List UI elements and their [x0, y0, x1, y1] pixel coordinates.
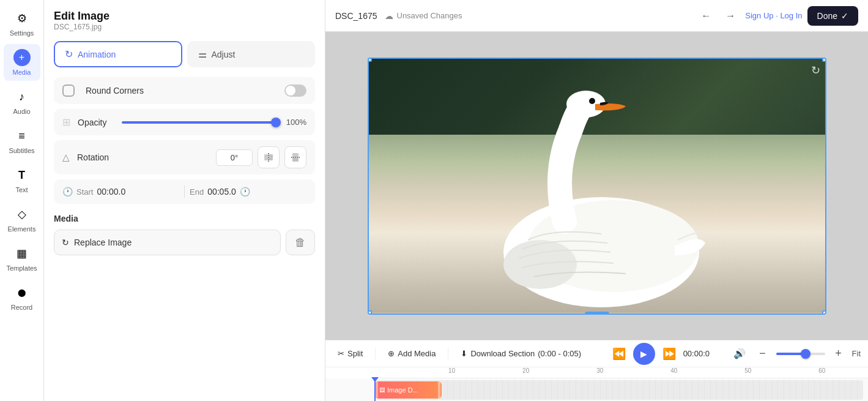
resize-handle-bottom[interactable]	[585, 312, 609, 315]
end-label: End	[190, 187, 204, 197]
round-corners-toggle[interactable]	[284, 84, 306, 97]
svg-point-10	[589, 98, 595, 104]
panel-title: Edit Image	[54, 10, 315, 23]
add-media-button[interactable]: ⊕ Add Media	[383, 346, 440, 361]
tab-bar: ↻ Animation ⚌ Adjust	[54, 41, 315, 67]
toolbar-separator-2	[448, 348, 448, 360]
signup-link[interactable]: Sign Up	[745, 11, 773, 20]
canvas-area: ↻	[325, 32, 868, 340]
svg-rect-0	[264, 154, 268, 160]
rotation-label: Rotation	[77, 152, 211, 162]
add-media-icon: ⊕	[388, 349, 395, 358]
end-clock-icon: 🕐	[240, 187, 250, 197]
sidebar-item-media[interactable]: + Media	[4, 44, 40, 81]
play-button[interactable]: ▶	[633, 343, 655, 365]
ruler-mark-10: 10	[448, 367, 455, 374]
end-time-cell: End 00:05.0 🕐	[190, 187, 306, 197]
canvas-refresh-icon[interactable]: ↻	[811, 64, 820, 77]
track-background: 🖼 Image D...	[374, 380, 863, 400]
clip-image-icon: 🖼	[379, 387, 385, 393]
undo-button[interactable]: ←	[696, 6, 716, 26]
adjust-tab-icon: ⚌	[198, 48, 207, 60]
tab-adjust[interactable]: ⚌ Adjust	[187, 41, 316, 67]
ruler-mark-40: 40	[670, 367, 677, 374]
done-check-icon: ✓	[841, 11, 848, 21]
login-link[interactable]: Log In	[780, 11, 802, 20]
sidebar-item-label-audio: Audio	[13, 108, 30, 115]
split-label: Split	[347, 349, 363, 358]
replace-image-button[interactable]: ↻ Replace Image	[54, 230, 281, 255]
redo-button[interactable]: →	[721, 6, 740, 26]
sidebar-item-templates[interactable]: ▦ Templates	[4, 240, 40, 277]
track-area: 10 20 30 40 50 60	[325, 367, 868, 401]
sidebar-item-label-record: Record	[11, 304, 32, 311]
corner-handle-tl[interactable]	[368, 58, 372, 62]
sidebar-item-text[interactable]: T Text	[4, 162, 40, 198]
add-media-label: Add Media	[398, 349, 436, 358]
canvas-frame[interactable]: ↻	[368, 58, 826, 315]
zoom-controls: − + Fit	[753, 344, 861, 364]
animation-tab-icon: ↻	[65, 48, 73, 60]
text-icon: T	[13, 167, 31, 184]
rotation-icon: △	[62, 152, 70, 163]
download-label: Download Section	[470, 349, 535, 358]
flip-vertical-button[interactable]	[284, 146, 306, 168]
settings-icon: ⚙	[13, 10, 31, 27]
done-label: Done	[817, 11, 837, 21]
corner-handle-tr[interactable]	[822, 58, 826, 62]
sidebar-item-subtitles[interactable]: ≡ Subtitles	[4, 122, 40, 159]
zoom-out-button[interactable]: −	[753, 344, 773, 364]
file-title: DSC_1675	[335, 11, 377, 21]
replace-icon: ↻	[62, 238, 69, 247]
corner-handle-bl[interactable]	[368, 310, 372, 315]
timeline-ruler: 10 20 30 40 50 60	[325, 367, 868, 378]
download-button[interactable]: ⬇ Download Section (0:00 - 0:05)	[456, 346, 586, 361]
opacity-slider[interactable]	[122, 121, 276, 124]
tab-animation[interactable]: ↻ Animation	[54, 41, 182, 67]
tab-animation-label: Animation	[78, 50, 116, 59]
ruler-mark-30: 30	[596, 367, 603, 374]
zoom-slider[interactable]	[776, 353, 825, 355]
cloud-icon: ☁	[385, 11, 393, 21]
ruler-mark-20: 20	[522, 367, 529, 374]
sidebar-item-audio[interactable]: ♪ Audio	[4, 83, 40, 120]
sidebar-item-label-text: Text	[15, 186, 28, 193]
done-button[interactable]: Done ✓	[807, 6, 858, 26]
sidebar: ⚙ Settings + Media ♪ Audio ≡ Subtitles T…	[0, 0, 44, 401]
sidebar-item-elements[interactable]: ◇ Elements	[4, 201, 40, 238]
download-icon: ⬇	[461, 349, 467, 358]
record-icon: ⬤	[13, 284, 31, 301]
flip-horizontal-button[interactable]	[258, 146, 280, 168]
timeline-clip[interactable]: 🖼 Image D...	[374, 381, 442, 399]
corner-handle-br[interactable]	[822, 310, 826, 315]
topbar: DSC_1675 ☁ Unsaved Changes ← → Sign Up ·…	[325, 0, 868, 32]
sidebar-item-label-templates: Templates	[6, 264, 37, 272]
sidebar-item-record[interactable]: ⬤ Record	[4, 279, 40, 316]
rotation-input[interactable]	[216, 149, 253, 166]
sidebar-item-settings[interactable]: ⚙ Settings	[4, 5, 40, 42]
fit-label: Fit	[852, 349, 861, 358]
volume-icon[interactable]: 🔊	[733, 348, 746, 359]
start-label: Start	[76, 187, 93, 197]
svg-rect-4	[292, 158, 299, 162]
media-icon: +	[13, 49, 31, 66]
playhead	[374, 378, 376, 401]
download-range: (0:00 - 0:05)	[538, 349, 581, 358]
timeline: ✂ Split ⊕ Add Media ⬇ Download Section (…	[325, 340, 868, 401]
split-icon: ✂	[338, 349, 344, 358]
rotation-row: △ Rotation	[54, 140, 315, 174]
start-clock-icon: 🕐	[62, 187, 73, 197]
zoom-in-button[interactable]: +	[829, 344, 848, 364]
skip-back-button[interactable]: ⏪	[610, 345, 628, 363]
ruler-mark-60: 60	[818, 367, 825, 374]
media-actions-row: ↻ Replace Image 🗑	[54, 230, 315, 255]
sidebar-item-label-subtitles: Subtitles	[9, 147, 34, 154]
auth-links: Sign Up · Log In	[745, 11, 802, 20]
opacity-value: 100%	[283, 118, 306, 127]
delete-button[interactable]: 🗑	[286, 230, 315, 255]
split-button[interactable]: ✂ Split	[333, 346, 368, 361]
skip-forward-button[interactable]: ⏩	[660, 345, 678, 363]
time-row: 🕐 Start 00:00.0 End 00:05.0 🕐	[54, 179, 315, 204]
templates-icon: ▦	[13, 245, 31, 262]
sidebar-item-label-media: Media	[13, 69, 31, 76]
